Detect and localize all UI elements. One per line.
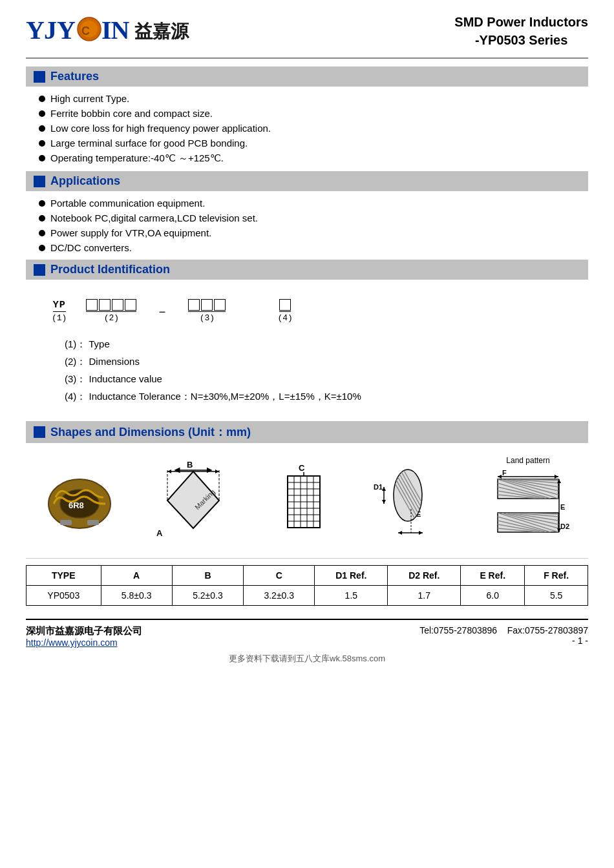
prod-desc-list: (1)： Type (2)： Dimensions (3)： Inductanc…: [65, 338, 562, 403]
logo-graphic: Y J Y C IN: [26, 13, 129, 50]
page-title: SMD Power Inductors -YP0503 Series: [454, 13, 588, 49]
cell-e: 6.0: [461, 586, 525, 606]
list-item: (2)： Dimensions: [65, 356, 562, 368]
prod-boxes-4: [279, 299, 291, 312]
bullet-dot: [39, 96, 45, 102]
list-item: Notebook PC,digital carmera,LCD televisi…: [39, 212, 588, 223]
shapes-icon: [34, 426, 45, 438]
features-label: Features: [50, 70, 99, 83]
features-icon: [34, 71, 45, 83]
product-id-label: Product Identification: [50, 263, 170, 276]
svg-text:6R8: 6R8: [69, 501, 84, 510]
svg-rect-11: [87, 520, 99, 525]
product-id-diagram-area: YP (1) (2) － (3): [26, 286, 588, 421]
col-b: B: [172, 566, 243, 586]
svg-marker-56: [555, 475, 558, 479]
footer-left: 深圳市益嘉源电子有限公司 http://www.yjycoin.com: [26, 625, 142, 648]
col-d1: D1 Ref.: [315, 566, 388, 586]
svg-marker-52: [419, 531, 423, 535]
table-header-row: TYPE A B C D1 Ref. D2 Ref. E Ref. F Ref.: [26, 566, 588, 586]
svg-text:Y: Y: [26, 16, 45, 45]
svg-text:A: A: [156, 528, 163, 538]
logo-area: Y J Y C IN 益嘉源: [26, 13, 189, 50]
cell-d1: 1.5: [315, 586, 388, 606]
bullet-dot: [39, 155, 45, 161]
prod-part-1: YP (1): [52, 300, 67, 323]
diamond-diagram: B A Marking: [151, 459, 235, 542]
side-view-diagram: D1 E: [372, 459, 450, 542]
svg-marker-55: [498, 475, 502, 479]
list-item: DC/DC converters.: [39, 242, 588, 253]
dimensions-table: TYPE A B C D1 Ref. D2 Ref. E Ref. F Ref.…: [26, 565, 588, 606]
product-id-diagram: YP (1) (2) － (3): [52, 299, 562, 323]
svg-text:B: B: [187, 460, 193, 470]
download-note: 更多资料下载请到五八文库wk.58sms.com: [26, 653, 588, 665]
tel-fax: Tel:0755-27803896 Fax:0755-27803897: [419, 625, 588, 636]
col-a: A: [101, 566, 172, 586]
list-item: (3)： Inductance value: [65, 373, 562, 386]
list-item: (4)： Inductance Tolerance：N=±30%,M=±20%，…: [65, 391, 562, 403]
svg-marker-51: [398, 531, 402, 535]
cell-b: 5.2±0.3: [172, 586, 243, 606]
bullet-dot: [39, 230, 45, 236]
logo-cn-text: 益嘉源: [134, 19, 189, 44]
company-name: 深圳市益嘉源电子有限公司: [26, 625, 142, 637]
bullet-dot: [39, 245, 45, 251]
applications-label: Applications: [50, 174, 120, 188]
prod-num-4: (4): [277, 313, 292, 323]
box: [125, 299, 136, 311]
product-id-header: Product Identification: [26, 260, 588, 280]
svg-marker-15: [167, 471, 219, 528]
svg-text:F: F: [502, 469, 507, 477]
prod-dash: －: [156, 303, 169, 323]
prod-boxes-3: [188, 299, 226, 312]
page-footer: 深圳市益嘉源电子有限公司 http://www.yjycoin.com Tel:…: [26, 619, 588, 648]
list-item: Power supply for VTR,OA equipment.: [39, 227, 588, 238]
list-item: Operating temperature:-40℃ ～+125℃.: [39, 152, 588, 165]
col-c: C: [244, 566, 315, 586]
applications-header: Applications: [26, 171, 588, 191]
bullet-dot: [39, 110, 45, 117]
list-item: Large terminal surface for good PCB bond…: [39, 138, 588, 149]
box: [188, 299, 200, 311]
svg-marker-21: [215, 470, 219, 473]
features-header: Features: [26, 67, 588, 87]
footer-right: Tel:0755-27803896 Fax:0755-27803897 - 1 …: [419, 625, 588, 646]
svg-marker-20: [167, 470, 171, 473]
col-d2: D2 Ref.: [388, 566, 461, 586]
cell-type: YP0503: [26, 586, 101, 606]
svg-text:IN: IN: [101, 16, 129, 45]
prod-part-4: (4): [277, 299, 292, 323]
svg-rect-10: [60, 520, 72, 525]
svg-marker-39: [382, 500, 386, 504]
prod-prefix: YP: [53, 300, 66, 312]
page-header: Y J Y C IN 益嘉源 SMD Power Inductors -YP05…: [26, 13, 588, 59]
svg-text:Y: Y: [57, 16, 76, 45]
list-item: (1)： Type: [65, 338, 562, 351]
prod-num-2: (2): [104, 313, 119, 323]
shapes-diagrams: 6R8 B A Marking: [26, 450, 588, 559]
prod-part-3: (3): [188, 299, 226, 323]
svg-text:C: C: [299, 463, 305, 473]
box: [279, 299, 291, 311]
bullet-dot: [39, 140, 45, 147]
inductor-photo: 6R8: [44, 468, 115, 533]
col-type: TYPE: [26, 566, 101, 586]
list-item: Low core loss for high frequency power a…: [39, 123, 588, 134]
svg-text:D1: D1: [374, 483, 383, 491]
applications-icon: [34, 176, 45, 187]
cell-f: 5.5: [525, 586, 588, 606]
box: [86, 299, 98, 311]
website-link[interactable]: http://www.yjycoin.com: [26, 637, 142, 648]
applications-list: Portable communication equipment. Notebo…: [39, 198, 588, 253]
box: [201, 299, 213, 311]
prod-num-1: (1): [52, 313, 67, 323]
bullet-dot: [39, 125, 45, 132]
svg-text:E: E: [560, 503, 565, 511]
cross-section-diagram: C: [271, 462, 336, 539]
features-list: High current Type. Ferrite bobbin core a…: [39, 93, 588, 165]
land-pattern-label: Land pattern: [506, 456, 549, 465]
box: [112, 299, 123, 311]
product-id-icon: [34, 264, 45, 276]
cell-c: 3.2±0.3: [244, 586, 315, 606]
